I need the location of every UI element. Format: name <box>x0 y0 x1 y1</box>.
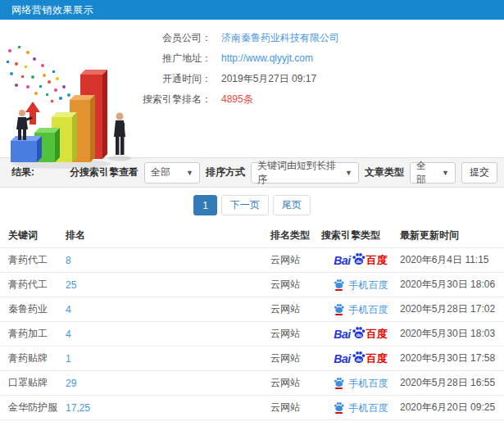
svg-text:du: du <box>356 259 361 264</box>
update-time-text: 2020年5月30日 18:03 <box>400 328 495 339</box>
growth-chart-clipart <box>0 41 141 172</box>
baidu-mobile-logo: 手机百度 <box>334 279 388 292</box>
table-row: 口罩贴牌 29 云网站 手机百度 2020年5月28日 16:55 <box>0 371 504 396</box>
baidu-pc-logo: Bai du 百度 <box>334 351 387 365</box>
baidu-cn-text: 百度 <box>366 329 388 339</box>
svg-text:du: du <box>356 333 361 338</box>
table-row: 膏药代工 8 云网站 Bai du 百度 2020年6月4日 11:15 <box>0 248 504 273</box>
mobile-baidu-paw-icon <box>334 279 344 288</box>
article-type-select[interactable]: 全部 ▼ <box>410 162 456 184</box>
rank-link[interactable]: 29 <box>66 378 76 389</box>
up-arrow <box>25 102 40 125</box>
table-header-row: 关键词 排名 排名类型 搜索引擎类型 最新更新时间 <box>0 223 504 248</box>
businessman-right <box>114 113 125 156</box>
company-info-fields: 会员公司： 济南秦鲁药业科技有限公司 推广地址： http://www.qlyy… <box>141 28 504 110</box>
baidu-mobile-logo: 手机百度 <box>334 377 388 390</box>
update-time-text: 2020年5月28日 17:02 <box>400 303 495 315</box>
baidu-mobile-logo: 手机百度 <box>334 401 388 415</box>
submit-button[interactable]: 提交 <box>461 162 497 184</box>
sort-value: 关键词由短到长排序 <box>257 159 338 187</box>
update-time-text: 2020年6月4日 11:15 <box>400 254 489 265</box>
article-type-label: 文章类型 <box>365 165 404 179</box>
pagination: 1 下一页 尾页 <box>0 188 504 223</box>
update-time-text: 2020年6月20日 09:25 <box>400 401 495 413</box>
last-page-button[interactable]: 尾页 <box>273 195 311 215</box>
rank-type-text: 云网站 <box>270 401 300 413</box>
sort-select[interactable]: 关键词由短到长排序 ▼ <box>251 162 359 184</box>
svg-text:du: du <box>356 357 361 362</box>
keyword-text: 膏药代工 <box>8 254 48 265</box>
promo-url-label: 推广地址： <box>141 52 211 66</box>
keyword-text: 秦鲁药业 <box>8 303 48 315</box>
baidu-paw-icon: du <box>352 252 366 265</box>
rank-type-text: 云网站 <box>270 303 300 315</box>
ranking-count-value: 4895条 <box>221 93 253 106</box>
rank-type-text: 云网站 <box>270 279 300 290</box>
open-time-value: 2019年5月27日 09:17 <box>221 72 316 86</box>
mobile-baidu-text: 手机百度 <box>349 305 388 315</box>
keyword-text: 膏药代工 <box>8 279 48 290</box>
sort-label: 排序方式 <box>206 165 245 179</box>
ranking-count-label: 搜索引擎排名： <box>141 93 211 106</box>
baidu-pc-logo: Bai du 百度 <box>334 327 387 341</box>
mobile-baidu-text: 手机百度 <box>349 378 388 388</box>
baidu-bai-text: Bai <box>334 353 350 365</box>
field-open-time: 开通时间： 2019年5月27日 09:17 <box>141 69 504 88</box>
mobile-baidu-text: 手机百度 <box>349 280 388 290</box>
promo-url-link[interactable]: http://www.qlyyjt.com <box>221 52 313 64</box>
mobile-baidu-underline <box>335 289 343 291</box>
field-promo-url: 推广地址： http://www.qlyyjt.com <box>141 48 504 68</box>
table-row: 福建防护服 10 云网站 手机百度 2020年6月4日 11:10 <box>0 420 504 426</box>
mobile-baidu-underline <box>335 387 343 389</box>
baidu-paw-icon: du <box>352 350 366 364</box>
update-time-text: 2020年5月30日 17:58 <box>400 352 495 364</box>
baidu-mobile-logo: 手机百度 <box>334 303 388 316</box>
rank-link[interactable]: 4 <box>66 329 71 340</box>
table-row: 膏药贴牌 1 云网站 Bai du 百度 2020年5月30日 17:58 <box>0 347 504 371</box>
rank-type-text: 云网站 <box>270 352 300 364</box>
rank-link[interactable]: 17,25 <box>66 402 90 414</box>
chevron-down-icon: ▼ <box>345 169 352 177</box>
update-time-text: 2020年5月30日 18:06 <box>400 279 495 290</box>
baidu-paw-icon: du <box>352 325 366 339</box>
confetti-dots <box>7 46 75 103</box>
table-row: 金华防护服 17,25 云网站 手机百度 2020年6月20日 0 <box>0 396 504 420</box>
rankings-table: 关键词 排名 排名类型 搜索引擎类型 最新更新时间 膏药代工 8 云网站 Bai… <box>0 223 504 426</box>
keyword-text: 膏药加工 <box>8 328 48 339</box>
rank-type-text: 云网站 <box>270 328 300 339</box>
header-engine-type: 搜索引擎类型 <box>321 223 400 248</box>
next-page-button[interactable]: 下一页 <box>221 195 269 215</box>
article-type-value: 全部 <box>416 159 435 187</box>
keyword-text: 口罩贴牌 <box>8 377 48 388</box>
field-ranking-count: 搜索引擎排名： 4895条 <box>141 89 504 109</box>
rank-link[interactable]: 25 <box>66 279 76 291</box>
rank-link[interactable]: 1 <box>66 353 71 365</box>
baidu-bai-text: Bai <box>334 329 350 340</box>
page-title: 网络营销效果展示 <box>11 4 93 16</box>
mobile-baidu-paw-icon <box>334 401 344 411</box>
engine-filter-value: 全部 <box>151 165 170 179</box>
summary-section: 会员公司： 济南秦鲁药业科技有限公司 推广地址： http://www.qlyy… <box>0 20 504 157</box>
mobile-baidu-underline <box>335 412 343 414</box>
baidu-cn-text: 百度 <box>366 255 388 265</box>
member-company-link[interactable]: 济南秦鲁药业科技有限公司 <box>221 31 339 45</box>
baidu-bai-text: Bai <box>334 255 350 266</box>
table-row: 膏药代工 25 云网站 手机百度 2020年5月30日 18:06 <box>0 273 504 297</box>
engine-filter-select[interactable]: 全部 ▼ <box>144 162 200 184</box>
header-update-time: 最新更新时间 <box>400 223 504 248</box>
rank-link[interactable]: 4 <box>66 304 71 315</box>
window-titlebar: 网络营销效果展示 <box>0 0 504 20</box>
chevron-down-icon: ▼ <box>186 169 193 177</box>
update-time-text: 2020年5月28日 16:55 <box>400 377 495 388</box>
open-time-label: 开通时间： <box>141 72 211 86</box>
baidu-cn-text: 百度 <box>366 353 388 364</box>
mobile-baidu-underline <box>335 314 343 315</box>
table-row: 膏药加工 4 云网站 Bai du 百度 2020年5月30日 18:03 <box>0 322 504 347</box>
keyword-text: 膏药贴牌 <box>8 352 48 364</box>
mobile-baidu-paw-icon <box>334 303 344 313</box>
header-rank-type: 排名类型 <box>270 223 321 248</box>
chevron-down-icon: ▼ <box>442 169 449 177</box>
rank-link[interactable]: 8 <box>66 255 71 266</box>
page-1-button[interactable]: 1 <box>193 195 217 215</box>
keyword-text: 金华防护服 <box>8 401 57 413</box>
